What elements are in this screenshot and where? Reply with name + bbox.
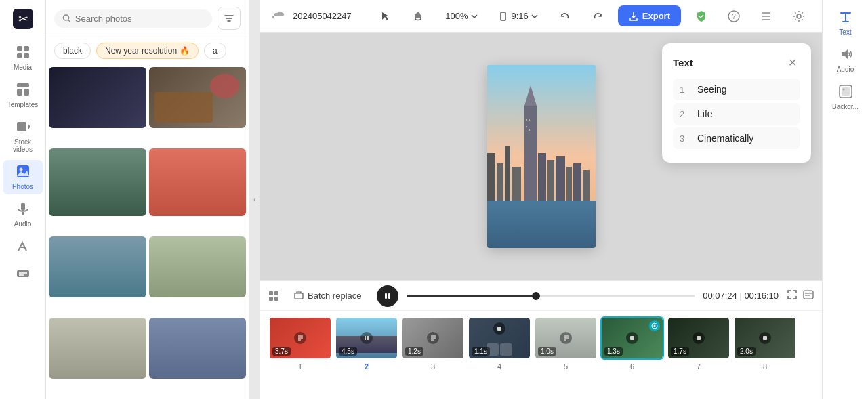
clip-thumb-8[interactable]: 2.0s [733,316,797,360]
clip-8-edit-icon [758,331,772,345]
clip-5: 1.0s 5 [534,316,598,371]
select-tool-button[interactable] [373,4,398,28]
sidebar-item-audio[interactable]: Audio [3,197,43,232]
search-input[interactable] [75,14,204,24]
svg-point-73 [842,89,844,91]
tag-more[interactable]: a [204,43,226,59]
right-panel-audio-icon [838,47,853,64]
media-icon [16,45,30,62]
sidebar-item-photos-label: Photos [12,183,33,190]
list-item[interactable] [149,148,247,216]
edit-clip-2-icon [360,331,373,345]
list-item[interactable] [149,236,247,297]
text-panel: Text ✕ 1 Seeing 2 Life 3 Cinematically [662,43,811,163]
svg-rect-8 [24,89,29,96]
batch-replace-button[interactable]: Batch replace [287,287,369,305]
shield-button[interactable] [689,4,714,28]
svg-point-58 [360,332,373,344]
edit-clip-icon [293,331,307,345]
app-logo[interactable]: ✂ [9,5,37,33]
clip-7: 1.7s 7 [667,316,730,371]
text-item-3[interactable]: 3 Cinematically [673,127,800,149]
help-icon: ? [728,10,740,22]
caption-icon [803,290,814,299]
tag-new-year[interactable]: New year resolution 🔥 [96,43,199,59]
sidebar-item-media[interactable]: Media [3,41,43,75]
svg-rect-45 [526,126,527,127]
clip-2: 4.5s 2 [335,316,398,371]
right-panel-item-audio[interactable]: Audio [825,43,866,77]
svg-rect-72 [842,87,850,96]
zoom-chevron-icon [471,14,478,18]
settings-button[interactable] [787,4,811,28]
text-panel-title: Text [673,57,693,68]
progress-handle[interactable] [532,292,540,300]
clip-1: 3.7s 1 [268,316,332,371]
svg-rect-4 [17,53,22,58]
list-item[interactable] [49,67,146,128]
hand-tool-button[interactable] [406,4,430,28]
clip-thumb-5[interactable]: 1.0s [534,316,598,360]
shield-icon [696,10,707,22]
text-item-1[interactable]: 1 Seeing [673,79,800,100]
svg-rect-61 [497,327,501,331]
pause-icon [384,292,392,300]
clip-thumb-6[interactable]: 1.3s [600,316,664,360]
filter-button[interactable] [218,7,241,30]
right-panel-item-background[interactable]: Backgr... [825,80,866,114]
timeline-right-controls [787,289,814,303]
list-item[interactable] [49,148,146,216]
list-item[interactable] [49,236,146,297]
text-panel-close-button[interactable]: ✕ [784,54,800,70]
sidebar-item-templates[interactable]: Templates [3,78,43,112]
zoom-level-button[interactable]: 100% [438,7,484,25]
redo-button[interactable] [585,4,610,28]
caption-button[interactable] [803,290,814,302]
sidebar-item-photos[interactable]: Photos [3,160,43,194]
right-panel-text-label: Text [839,28,851,36]
clip-thumb-4[interactable]: 1.1s [468,316,531,360]
svg-rect-34 [512,167,521,201]
clip-thumb-1[interactable]: 3.7s [268,316,332,360]
templates-icon [16,82,30,99]
canvas-preview[interactable] [487,65,596,248]
aspect-ratio-icon [499,12,509,21]
pause-button[interactable] [377,285,398,307]
svg-rect-3 [24,46,29,51]
list-item[interactable] [49,318,146,379]
sidebar-item-stock-videos[interactable]: Stock videos [3,115,43,157]
list-item[interactable] [149,318,247,379]
redo-icon [592,11,603,22]
clip-thumb-2[interactable]: 4.5s [335,316,398,360]
stock-videos-icon [16,119,30,136]
text-item-2[interactable]: 2 Life [673,103,800,125]
export-button[interactable]: Export [618,5,681,26]
timeline-progress-bar[interactable] [407,295,695,297]
audio-icon [16,201,30,218]
panel-collapse-handle[interactable]: ‹ [249,0,260,399]
fullscreen-button[interactable] [787,289,798,303]
list-button[interactable] [754,4,779,28]
svg-rect-39 [556,156,565,201]
clip-thumb-7[interactable]: 1.7s [667,316,730,360]
undo-button[interactable] [553,4,577,28]
right-panel-item-text[interactable]: Text [825,5,866,40]
svg-rect-14 [21,203,25,211]
sidebar-item-captions[interactable] [3,262,43,287]
clip-thumb-3[interactable]: 1.2s [401,316,465,360]
main-area: 202405042247 100% 9:16 [260,0,822,399]
right-panel-background-icon [838,84,853,101]
tag-black[interactable]: black [54,43,91,59]
aspect-ratio-button[interactable]: 9:16 [493,7,545,25]
sidebar-item-text-edit[interactable] [3,234,43,259]
svg-rect-51 [295,293,303,299]
list-item[interactable] [149,67,247,128]
svg-point-12 [19,168,22,171]
help-button[interactable]: ? [722,4,746,28]
search-input-wrapper[interactable] [54,9,212,28]
sidebar-item-stock-label: Stock videos [5,138,41,153]
text-edit-icon [16,238,30,255]
svg-rect-49 [269,297,273,301]
canvas-svg [487,65,596,248]
svg-rect-48 [274,291,278,295]
